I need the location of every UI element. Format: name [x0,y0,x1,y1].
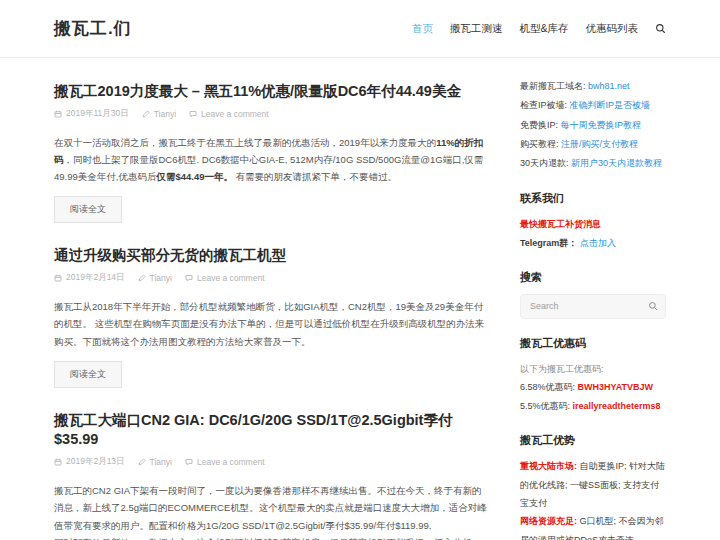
pencil-icon [138,274,146,282]
telegram-join-link[interactable]: 点击加入 [580,238,616,248]
post-date: 2019年2月14日 [54,272,125,284]
quick-link-row: 最新搬瓦工域名: bwh81.net [520,77,666,96]
latest-domain-link[interactable]: bwh81.net [588,81,630,91]
post-date: 2019年11月30日 [54,108,129,120]
calendar-icon [54,110,62,118]
post-meta: 2019年11月30日 Tianyi Leave a comment [54,108,490,120]
coupons-heading: 搬瓦工优惠码 [520,336,666,351]
widget-contact: 联系我们 最快搬瓦工补货消息 Telegram群： 点击加入 [520,191,666,253]
site-title[interactable]: 搬瓦工.们 [54,17,132,40]
widget-quick-links: 最新搬瓦工域名: bwh81.net 检查IP被墙: 准确判断IP是否被墙 免费… [520,77,666,174]
post-meta: 2019年2月13日 Tianyi Leave a comment [54,456,490,468]
post-list: 搬瓦工2019力度最大 – 黑五11%优惠/限量版DC6年付44.49美金 20… [54,77,490,540]
nav-item-plans-stock[interactable]: 机型&库存 [519,22,568,36]
refund-guide-link[interactable]: 新用户30天内退款教程 [571,158,662,168]
search-icon[interactable] [655,23,666,34]
coupons-intro: 以下为搬瓦工优惠码: [520,360,666,379]
post-comments-link[interactable]: Leave a comment [189,109,269,119]
post-title[interactable]: 搬瓦工大端口CN2 GIA: DC6/1G/20G SSD/1T@2.5Gigb… [54,411,490,450]
comment-icon [189,110,197,118]
post-date: 2019年2月13日 [54,456,125,468]
read-more-button[interactable]: 阅读全文 [54,196,122,223]
advantage-item: 重视大陆市场: 自助更换IP; 针对大陆的优化线路; 一键SS面板; 支持支付宝… [520,457,666,512]
quick-link-row: 购买教程: 注册/购买/支付教程 [520,135,666,154]
comment-icon [185,274,193,282]
coupon-row: 6.58%优惠码: BWH3HYATVBJW [520,378,666,397]
sidebar: 最新搬瓦工域名: bwh81.net 检查IP被墙: 准确判断IP是否被墙 免费… [520,77,666,540]
search-input[interactable] [520,294,666,319]
restock-alert-text: 最快搬瓦工补货消息 [520,215,666,234]
telegram-row: Telegram群： 点击加入 [520,234,666,253]
post-card: 通过升级购买部分无货的搬瓦工机型 2019年2月14日 Tianyi Leave… [54,246,490,387]
advantage-item: 网络资源充足: G口机型; 不会因为邻居的滥用或被DDoS攻击牵连 [520,512,666,540]
post-card: 搬瓦工2019力度最大 – 黑五11%优惠/限量版DC6年付44.49美金 20… [54,82,490,223]
post-author[interactable]: Tianyi [138,273,172,283]
coupon-code[interactable]: ireallyreadtheterms8 [573,401,661,411]
site-header: 搬瓦工.们 首页 搬瓦工测速 机型&库存 优惠码列表 [0,0,720,58]
purchase-guide-link[interactable]: 注册/购买/支付教程 [561,139,638,149]
search-heading: 搜索 [520,270,666,285]
ip-check-link[interactable]: 准确判断IP是否被墙 [570,100,651,110]
post-title[interactable]: 搬瓦工2019力度最大 – 黑五11%优惠/限量版DC6年付44.49美金 [54,82,490,102]
contact-heading: 联系我们 [520,191,666,206]
quick-link-row: 检查IP被墙: 准确判断IP是否被墙 [520,96,666,115]
post-card: 搬瓦工大端口CN2 GIA: DC6/1G/20G SSD/1T@2.5Gigb… [54,411,490,540]
post-title[interactable]: 通过升级购买部分无货的搬瓦工机型 [54,246,490,266]
post-comments-link[interactable]: Leave a comment [185,273,265,283]
search-submit-icon[interactable] [648,301,658,311]
post-excerpt: 搬瓦工从2018年下半年开始，部分机型就频繁地断货，比如GIA机型，CN2机型，… [54,298,490,350]
free-ip-change-link[interactable]: 每十周免费换IP教程 [561,120,642,130]
post-excerpt: 在双十一活动取消之后，搬瓦工终于在黑五上线了最新的优惠活动，2019年以来力度最… [54,134,490,186]
coupon-code[interactable]: BWH3HYATVBJW [578,382,654,392]
calendar-icon [54,458,62,466]
coupon-row: 5.5%优惠码: ireallyreadtheterms8 [520,397,666,416]
main-nav: 首页 搬瓦工测速 机型&库存 优惠码列表 [412,22,666,36]
nav-item-home[interactable]: 首页 [412,22,433,36]
widget-coupons: 搬瓦工优惠码 以下为搬瓦工优惠码: 6.58%优惠码: BWH3HYATVBJW… [520,336,666,417]
nav-item-coupon-list[interactable]: 优惠码列表 [586,22,639,36]
post-excerpt: 搬瓦工的CN2 GIA下架有一段时间了，一度以为要像香港那样不再继续出售。不过在… [54,482,490,540]
pencil-icon [138,458,146,466]
quick-link-row: 免费换IP: 每十周免费换IP教程 [520,116,666,135]
quick-link-row: 30天内退款: 新用户30天内退款教程 [520,154,666,173]
widget-advantages: 搬瓦工优势 重视大陆市场: 自助更换IP; 针对大陆的优化线路; 一键SS面板;… [520,433,666,540]
post-author[interactable]: Tianyi [142,109,176,119]
calendar-icon [54,274,62,282]
read-more-button[interactable]: 阅读全文 [54,361,122,388]
pencil-icon [142,110,150,118]
advantages-heading: 搬瓦工优势 [520,433,666,448]
comment-icon [185,458,193,466]
post-comments-link[interactable]: Leave a comment [185,457,265,467]
post-meta: 2019年2月14日 Tianyi Leave a comment [54,272,490,284]
nav-item-speedtest[interactable]: 搬瓦工测速 [450,22,503,36]
post-author[interactable]: Tianyi [138,457,172,467]
widget-search: 搜索 [520,270,666,319]
